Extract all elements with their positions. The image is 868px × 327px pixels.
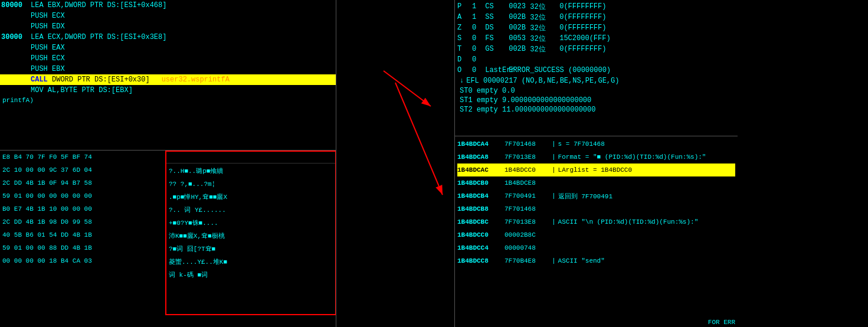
stack-comment: Format = "■ (PID:%d)(TID:%d)(Fun:%s):" [558, 153, 735, 161]
reg-flag: Z [457, 24, 472, 32]
st-row: ST1 empty 9.0000000000000000000 [457, 96, 735, 105]
ascii-row: .■p■惮HY,耷■■廲X [169, 191, 333, 204]
stack-sep: | [552, 218, 556, 225]
reg-row: A 1 SS 002B 32位 0(FFFFFFFF) [457, 12, 735, 22]
stack-addr: 1B4BDCC8 [457, 257, 505, 264]
stack-val: 7F7013E8 [505, 153, 552, 161]
stack-row[interactable]: 1B4BDCAC1B4BDCC0|LArglist = 1B4BDCC0 [457, 164, 735, 176]
right-panel: P 1 CS 0023 32位 0(FFFFFFFF)A 1 SS 002B 3… [454, 0, 738, 327]
disasm-row[interactable]: MOV AL,BYTE PTR DS:[EBX] [0, 85, 336, 96]
stack-row[interactable]: 1B4BDCB01B4BDCE8 [457, 176, 735, 189]
disasm-row[interactable]: 30000LEA ECX,DWORD PTR DS:[ESI+0x3E8] [0, 32, 336, 42]
stack-row[interactable]: 1B4BDCC400000748 [457, 241, 735, 254]
reg-bits: 32位 [526, 2, 555, 12]
disasm-row[interactable]: PUSH ECX [0, 11, 336, 21]
ascii-content: ?..H■..璐p■飧續?? ?,■...?m¦.■p■惮HY,耷■■廲X?..… [166, 164, 335, 283]
hex-row: 40 5B B6 01 54 DD 4B 1B [0, 228, 165, 241]
disasm-instr: MOV AL,BYTE PTR DS:[EBX] [31, 86, 133, 94]
main-container: 80000LEA EBX,DWORD PTR DS:[ESI+0x468]PUS… [0, 0, 868, 327]
disasm-instr: PUSH EDX [31, 22, 65, 31]
disasm-instr: LEA ECX,DWORD PTR DS:[ESI+0x3E8] [31, 33, 166, 41]
stack-sep: | [552, 166, 556, 174]
reg-flag: D [457, 55, 472, 64]
stack-val: 7F701468 [505, 205, 552, 212]
reg-seg2: 002B [505, 24, 526, 32]
stack-addr: 1B4BDCBC [457, 218, 505, 225]
stack-val: 7F7013E8 [505, 218, 552, 225]
stack-row[interactable]: 1B4BDCA47F701468|s = 7F701468 [457, 138, 735, 151]
reg-bits: 32位 [526, 44, 555, 54]
ascii-row: ?■词 囧[?T耷■ [169, 243, 333, 256]
stack-sep: | [552, 257, 556, 264]
reg-flag: A [457, 13, 472, 21]
stack-panel: 1B4BDCA47F701468|s = 7F7014681B4BDCA87F7… [455, 136, 738, 327]
reg-row: T 0 GS 002B 32位 0(FFFFFFFF) [457, 44, 735, 54]
stack-val: 1B4BDCE8 [505, 179, 552, 187]
hex-row: 2C 10 00 00 9C 37 6D 04 [0, 164, 165, 176]
reg-val: 0 [472, 55, 481, 64]
hex-panel: E8 B4 70 7F F0 5F BF 742C 10 00 00 9C 37… [0, 150, 336, 327]
hex-row: 59 01 00 00 00 00 00 00 [0, 189, 165, 202]
registers-top: P 1 CS 0023 32位 0(FFFFFFFF)A 1 SS 002B 3… [455, 0, 738, 136]
stack-addr: 1B4BDCC0 [457, 231, 505, 238]
ascii-row: +■0?Y■铢■.... [169, 217, 333, 230]
disasm-instr: PUSH EAX [31, 44, 65, 52]
efl-row: ↓EFL 00000217 (NO,B,NE,BE,NS,PE,GE,G) [457, 76, 735, 86]
reg-data: 0(FFFFFFFF) [555, 45, 606, 53]
disasm-row[interactable]: CALL DWORD PTR DS:[ESI+0x30]user32.wspri… [0, 74, 336, 85]
hex-row: 2C DD 4B 1B 0F 94 B7 58 [0, 176, 165, 189]
st-row: ST2 empty 11.0000000000000000000 [457, 105, 735, 115]
hex-bytes-col: E8 B4 70 7F F0 5F BF 742C 10 00 00 9C 37… [0, 151, 165, 315]
stack-row[interactable]: 1B4BDCA87F7013E8|Format = "■ (PID:%d)(TI… [457, 151, 735, 164]
reg-val: 0 [472, 45, 481, 53]
left-panel: 80000LEA EBX,DWORD PTR DS:[ESI+0x468]PUS… [0, 0, 336, 327]
disasm-row[interactable]: 80000LEA EBX,DWORD PTR DS:[ESI+0x468] [0, 0, 336, 11]
reg-data [594, 66, 598, 74]
hex-row: 00 00 00 00 18 B4 CA 03 [0, 254, 165, 267]
reg-bits: 32位 [526, 12, 555, 22]
stack-comment: ASCII "\n (PID:%d)(TID:%d)(Fun:%s):" [558, 218, 735, 225]
stack-comment: s = 7F701468 [558, 140, 735, 148]
disasm-comment: user32.wsprintfA [162, 76, 230, 84]
reg-bits: 32位 [526, 34, 555, 44]
scroll-arrow[interactable]: ↓ [460, 77, 464, 85]
stack-row[interactable]: 1B4BDCBC7F7013E8|ASCII "\n (PID:%d)(TID:… [457, 215, 735, 228]
ascii-row: 沛K■■廲X,耷■橱桃 [169, 230, 333, 243]
svg-line-1 [384, 71, 431, 106]
stack-sep: | [552, 140, 556, 148]
reg-seg: SS [481, 13, 505, 21]
reg-flag: O [457, 66, 472, 74]
stack-val: 00002B8C [505, 231, 552, 238]
stack-addr: 1B4BDCB0 [457, 179, 505, 187]
ascii-row: ?..H■..璐p■飧續 [169, 165, 333, 178]
stack-val: 00000748 [505, 244, 552, 251]
reg-seg2: 002B [505, 45, 526, 53]
reg-seg: LastErr [481, 66, 505, 74]
disasm-addr: 80000 [1, 1, 31, 9]
stack-comment: ASCII "send" [558, 257, 735, 264]
annotation-panel [336, 0, 454, 327]
disasm-instr: PUSH ECX [31, 12, 65, 20]
disasm-row[interactable]: PUSH EBX [0, 64, 336, 74]
disasm-instr: PUSH ECX [31, 54, 65, 63]
efl-text: EFL 00000217 (NO,B,NE,BE,NS,PE,GE,G) [466, 77, 619, 85]
reg-data: 15C2000(FFF) [555, 34, 611, 42]
stack-comment: LArglist = 1B4BDCC0 [558, 166, 735, 174]
reg-val: 1 [472, 13, 481, 21]
stack-addr: 1B4BDCC4 [457, 244, 505, 251]
reg-bits: 32位 [526, 23, 555, 33]
stack-row[interactable]: 1B4BDCB87F701468 [457, 202, 735, 215]
stack-addr: 1B4BDCB4 [457, 192, 505, 200]
ascii-row: ?? ?,■...?m¦ [169, 178, 333, 191]
reg-seg2: ERROR_SUCCESS [505, 66, 564, 74]
reg-seg: FS [481, 34, 505, 42]
disasm-row[interactable]: PUSH ECX [0, 53, 336, 64]
hex-row: 59 01 00 00 88 DD 4B 1B [0, 241, 165, 254]
disasm-row[interactable]: PUSH EDX [0, 21, 336, 32]
stack-addr: 1B4BDCA8 [457, 153, 505, 161]
disasm-row[interactable]: PUSH EAX [0, 42, 336, 53]
stack-row[interactable]: 1B4BDCB47F700491|返回到 7F700491 [457, 189, 735, 202]
stack-row[interactable]: 1B4BDCC87F70B4E8|ASCII "send" [457, 254, 735, 267]
stack-comment: 返回到 7F700491 [558, 192, 735, 201]
stack-row[interactable]: 1B4BDCC000002B8C [457, 228, 735, 241]
